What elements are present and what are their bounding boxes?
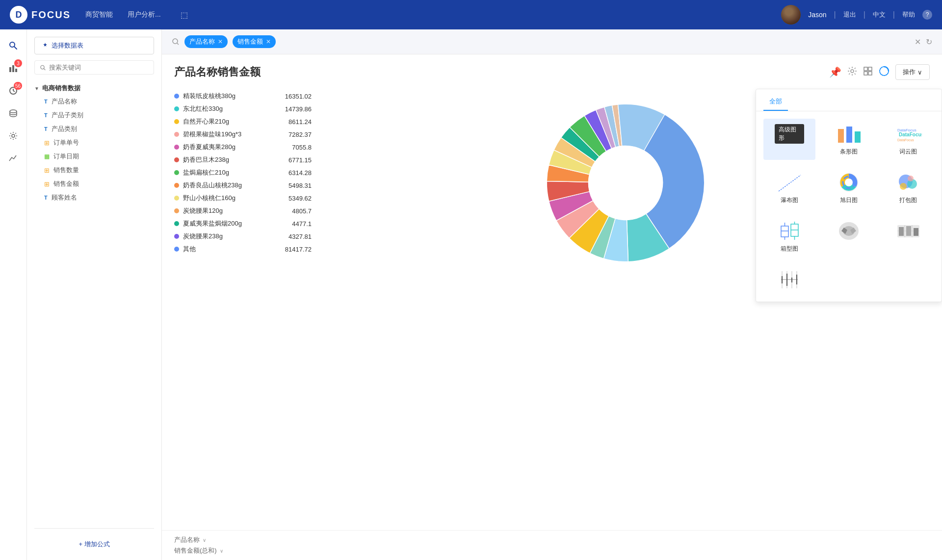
chart-types-grid: 高级图形 条形图 DataFocus DataFocus [756, 111, 942, 302]
svg-point-8 [10, 110, 17, 113]
chart-type-advanced[interactable]: 高级图形 [763, 119, 815, 160]
legend-item-11: 炭烧腰果238g 4327.81 [174, 230, 312, 243]
chart-type-4[interactable] [882, 216, 934, 257]
nav-commerce[interactable]: 商贸智能 [85, 10, 113, 20]
svg-rect-35 [781, 226, 788, 237]
chart-type-boxplot[interactable]: 箱型图 [763, 216, 815, 257]
data-category: ▼ 电商销售数据 T 产品名称 T 产品子类别 T 产品类别 ⊞ 订单单号 ▦ … [34, 82, 154, 204]
data-item-customer-name[interactable]: T 顾客姓名 [34, 191, 154, 204]
svg-rect-51 [914, 228, 918, 236]
category-header[interactable]: ▼ 电商销售数据 [34, 82, 154, 95]
language-button[interactable]: 中文 [873, 10, 886, 19]
legend-dot [174, 132, 179, 137]
settings-icon-btn[interactable] [4, 127, 22, 145]
data-sidebar: 选择数据表 ▼ 电商销售数据 T 产品名称 T 产品子类别 T 产品类别 ⊞ 订… [27, 29, 162, 560]
svg-point-29 [845, 178, 853, 186]
chart-type-wordcloud[interactable]: DataFocus DataFocus DataFocus 词云图 [882, 119, 934, 160]
svg-rect-4 [15, 69, 17, 72]
pin-icon[interactable]: 📌 [829, 66, 841, 78]
legend-dot [174, 183, 179, 188]
logout-button[interactable]: 退出 [843, 10, 856, 19]
svg-rect-3 [12, 65, 14, 72]
advanced-chart-icon: 高级图形 [775, 123, 804, 145]
data-item-product-name[interactable]: T 产品名称 [34, 95, 154, 108]
waterfall-icon [775, 171, 804, 193]
top-navigation: D FOCUS 商贸智能 用户分析... ⬚ Jason | 退出 | 中文 |… [0, 0, 942, 29]
svg-point-33 [900, 183, 907, 190]
avatar [781, 5, 801, 25]
chart-type-3[interactable] [823, 216, 875, 257]
legend-item-3: 碧根果椒盐味190g*3 7282.37 [174, 128, 312, 141]
sidebar-bottom: + 增加公式 [34, 528, 154, 553]
pie-chart-icon[interactable] [879, 66, 890, 79]
chart-type-tabs: 全部 [756, 89, 942, 111]
data-item-order-no[interactable]: ⊞ 订单单号 [34, 136, 154, 150]
user-name-label: Jason [808, 11, 826, 19]
data-item-order-date[interactable]: ▦ 订单日期 [34, 150, 154, 163]
svg-rect-15 [864, 67, 867, 71]
chart-header: 产品名称销售金额 📌 操作 ∨ [174, 64, 930, 80]
filter-tag-product-close[interactable]: ✕ [218, 38, 223, 45]
footer-item-sales[interactable]: 销售金额(总和) ∨ [174, 546, 930, 555]
svg-rect-23 [855, 131, 861, 143]
svg-rect-2 [9, 67, 11, 72]
svg-point-9 [12, 134, 15, 137]
svg-rect-18 [868, 72, 872, 75]
legend-dot [174, 106, 179, 111]
chart-icon-btn[interactable]: 3 [4, 59, 22, 77]
svg-point-14 [851, 70, 854, 73]
time-icon-btn[interactable]: 56 [4, 82, 22, 100]
help-label[interactable]: 帮助 [902, 10, 915, 19]
legend-item-8: 野山小核桃仁160g 5349.62 [174, 192, 312, 204]
svg-line-27 [779, 175, 801, 191]
settings-icon[interactable] [847, 66, 857, 78]
chart-type-tab-all[interactable]: 全部 [763, 93, 788, 111]
search-input[interactable] [49, 64, 149, 71]
svg-line-11 [44, 68, 45, 70]
svg-line-1 [14, 47, 17, 49]
filter-refresh-icon[interactable]: ↻ [926, 37, 932, 47]
chart-type-sunburst[interactable]: 旭日图 [823, 167, 875, 208]
add-formula-button[interactable]: + 增加公式 [34, 536, 154, 553]
svg-rect-21 [838, 129, 844, 143]
external-link-icon[interactable]: ⬚ [181, 10, 188, 20]
svg-text:DataFocus: DataFocus [899, 132, 922, 137]
footer-arrow-icon: ∨ [203, 537, 206, 543]
svg-point-19 [880, 67, 889, 76]
data-icon-btn[interactable] [4, 104, 22, 122]
legend-item-4: 奶香夏威夷果280g 7055.8 [174, 141, 312, 153]
analytics-icon-btn[interactable] [4, 150, 22, 167]
data-item-product-cat[interactable]: T 产品类别 [34, 122, 154, 136]
svg-rect-17 [864, 72, 867, 75]
category-arrow-icon: ▼ [34, 86, 39, 91]
chart-type-panel: 全部 高级图形 条形图 [756, 89, 942, 302]
nav-user-analysis[interactable]: 用户分析... [128, 10, 161, 20]
dim-icon: T [44, 99, 48, 104]
chart-type-5[interactable] [763, 264, 815, 294]
data-item-product-sub[interactable]: T 产品子类别 [34, 108, 154, 122]
svg-line-7 [13, 91, 15, 92]
chart-type-bar[interactable]: 条形图 [823, 119, 875, 160]
data-item-sales-amount[interactable]: ⊞ 销售金额 [34, 177, 154, 191]
chart-type-waterfall[interactable]: 瀑布图 [763, 167, 815, 208]
legend-dot [174, 247, 179, 252]
choose-data-button[interactable]: 选择数据表 [34, 37, 154, 54]
table-grid-icon[interactable] [863, 66, 873, 78]
operate-button[interactable]: 操作 ∨ [895, 64, 930, 80]
filter-clear-icon[interactable]: ✕ [915, 37, 921, 47]
search-icon-btn[interactable] [4, 37, 22, 54]
filter-tag-product: 产品名称 ✕ [184, 35, 228, 48]
help-icon[interactable]: ? [922, 10, 932, 20]
chart-legend: 精装纸皮核桃380g 16351.02 东北红松330g 14739.86 自然… [174, 90, 312, 255]
footer-item-product[interactable]: 产品名称 ∨ [174, 535, 930, 544]
legend-dot [174, 157, 179, 162]
data-item-sales-qty[interactable]: ⊞ 销售数量 [34, 163, 154, 177]
chart-type-pack[interactable]: 打包图 [882, 167, 934, 208]
filter-tag-sales-close[interactable]: ✕ [266, 38, 271, 45]
legend-item-7: 奶香良品山核桃238g 5498.31 [174, 179, 312, 192]
legend-item-5: 奶香巴旦木238g 6771.15 [174, 153, 312, 166]
dim-icon: T [44, 112, 48, 118]
legend-item-2: 自然开心果210g 8611.24 [174, 115, 312, 128]
chart-type-4-icon [893, 220, 923, 242]
logo-icon: D [10, 6, 27, 24]
